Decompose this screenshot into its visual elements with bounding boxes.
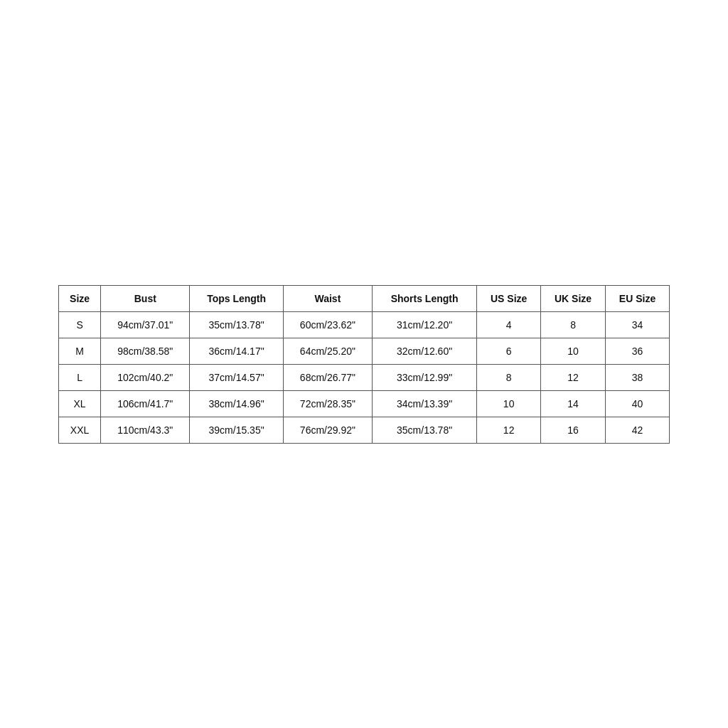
col-header-tops-length: Tops Length: [190, 285, 283, 311]
cell-eu_size: 38: [606, 364, 670, 390]
cell-eu_size: 36: [606, 338, 670, 364]
cell-us_size: 4: [477, 311, 541, 338]
cell-waist: 72cm/28.35": [283, 390, 372, 417]
cell-bust: 98cm/38.58": [101, 338, 190, 364]
cell-tops_length: 36cm/14.17": [190, 338, 283, 364]
cell-shorts_length: 35cm/13.78": [373, 417, 477, 443]
cell-us_size: 6: [477, 338, 541, 364]
cell-us_size: 8: [477, 364, 541, 390]
cell-bust: 106cm/41.7": [101, 390, 190, 417]
cell-shorts_length: 34cm/13.39": [373, 390, 477, 417]
col-header-size: Size: [59, 285, 101, 311]
cell-bust: 110cm/43.3": [101, 417, 190, 443]
cell-eu_size: 42: [606, 417, 670, 443]
cell-bust: 94cm/37.01": [101, 311, 190, 338]
size-chart-container: Size Bust Tops Length Waist Shorts Lengt…: [58, 285, 670, 444]
table-header-row: Size Bust Tops Length Waist Shorts Lengt…: [59, 285, 670, 311]
cell-us_size: 10: [477, 390, 541, 417]
table-row: XL106cm/41.7"38cm/14.96"72cm/28.35"34cm/…: [59, 390, 670, 417]
cell-waist: 60cm/23.62": [283, 311, 372, 338]
cell-size: M: [59, 338, 101, 364]
cell-uk_size: 12: [541, 364, 606, 390]
col-header-us-size: US Size: [477, 285, 541, 311]
cell-waist: 76cm/29.92": [283, 417, 372, 443]
cell-size: L: [59, 364, 101, 390]
cell-eu_size: 34: [606, 311, 670, 338]
cell-us_size: 12: [477, 417, 541, 443]
cell-waist: 64cm/25.20": [283, 338, 372, 364]
cell-eu_size: 40: [606, 390, 670, 417]
cell-waist: 68cm/26.77": [283, 364, 372, 390]
table-row: XXL110cm/43.3"39cm/15.35"76cm/29.92"35cm…: [59, 417, 670, 443]
cell-tops_length: 35cm/13.78": [190, 311, 283, 338]
cell-uk_size: 14: [541, 390, 606, 417]
cell-shorts_length: 32cm/12.60": [373, 338, 477, 364]
col-header-bust: Bust: [101, 285, 190, 311]
cell-tops_length: 38cm/14.96": [190, 390, 283, 417]
cell-uk_size: 8: [541, 311, 606, 338]
cell-uk_size: 16: [541, 417, 606, 443]
size-chart-table: Size Bust Tops Length Waist Shorts Lengt…: [58, 285, 670, 444]
col-header-eu-size: EU Size: [606, 285, 670, 311]
col-header-waist: Waist: [283, 285, 372, 311]
cell-size: S: [59, 311, 101, 338]
cell-uk_size: 10: [541, 338, 606, 364]
cell-tops_length: 37cm/14.57": [190, 364, 283, 390]
table-row: S94cm/37.01"35cm/13.78"60cm/23.62"31cm/1…: [59, 311, 670, 338]
cell-bust: 102cm/40.2": [101, 364, 190, 390]
cell-size: XL: [59, 390, 101, 417]
cell-shorts_length: 31cm/12.20": [373, 311, 477, 338]
col-header-uk-size: UK Size: [541, 285, 606, 311]
col-header-shorts-length: Shorts Length: [373, 285, 477, 311]
cell-tops_length: 39cm/15.35": [190, 417, 283, 443]
table-row: L102cm/40.2"37cm/14.57"68cm/26.77"33cm/1…: [59, 364, 670, 390]
cell-shorts_length: 33cm/12.99": [373, 364, 477, 390]
cell-size: XXL: [59, 417, 101, 443]
table-row: M98cm/38.58"36cm/14.17"64cm/25.20"32cm/1…: [59, 338, 670, 364]
